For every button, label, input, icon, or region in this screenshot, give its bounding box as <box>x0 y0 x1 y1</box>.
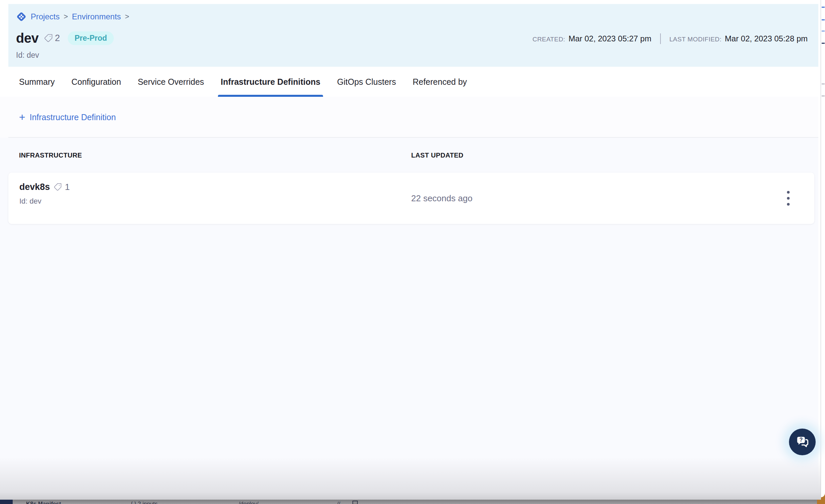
window-edge-artifact <box>822 83 825 84</box>
column-header-last-updated: LAST UPDATED <box>411 151 464 159</box>
window-edge-artifact <box>822 31 825 31</box>
background-sidebar-sliver <box>0 500 13 504</box>
created-label: CREATED: <box>533 36 566 43</box>
window-edge-artifact <box>822 95 825 96</box>
tab-service-overrides[interactable]: Service Overrides <box>138 67 204 97</box>
breadcrumb-separator: > <box>125 12 129 21</box>
environment-type-badge: Pre-Prod <box>68 31 114 45</box>
table-header-row: INFRASTRUCTURE LAST UPDATED <box>0 138 818 159</box>
add-infrastructure-definition-button[interactable]: + Infrastructure Definition <box>19 113 116 122</box>
page-title: dev <box>16 30 39 46</box>
infrastructure-name-cell: devk8s 1 Id: dev <box>19 182 70 206</box>
window-edge-strip <box>821 0 825 497</box>
tab-bar: Summary Configuration Service Overrides … <box>0 67 818 97</box>
modified-label: LAST MODIFIED: <box>670 36 722 43</box>
page-header: Projects > Environments > dev 2 Pre-Prod… <box>8 4 818 67</box>
background-window-strip: K8s Manifest { } 2 inputs /deploy/ // <box>0 500 817 504</box>
breadcrumb-environments-link[interactable]: Environments <box>72 12 121 21</box>
created-timestamp: CREATED: Mar 02, 2023 05:27 pm <box>533 34 652 44</box>
breadcrumb-separator: > <box>64 12 68 21</box>
tab-configuration[interactable]: Configuration <box>71 67 121 97</box>
modified-value: Mar 02, 2023 05:28 pm <box>725 34 808 44</box>
background-text-fragment: /deploy/ <box>239 501 258 504</box>
document-icon <box>353 501 358 504</box>
modified-timestamp: LAST MODIFIED: Mar 02, 2023 05:28 pm <box>670 34 808 44</box>
window-edge-artifact <box>822 19 825 20</box>
help-chat-button[interactable]: ? <box>789 429 816 455</box>
environment-details-page: Projects > Environments > dev 2 Pre-Prod… <box>0 0 818 500</box>
tab-referenced-by[interactable]: Referenced by <box>412 67 467 97</box>
infrastructure-name: devk8s <box>19 182 50 192</box>
plus-icon: + <box>19 113 25 122</box>
last-updated-value: 22 seconds ago <box>411 193 472 204</box>
add-infrastructure-definition-label: Infrastructure Definition <box>30 113 116 122</box>
kebab-icon <box>787 191 790 194</box>
tag-icon <box>53 183 62 191</box>
infrastructure-table: INFRASTRUCTURE LAST UPDATED devk8s 1 Id:… <box>0 138 818 500</box>
svg-text:?: ? <box>799 437 803 443</box>
window-edge-artifact <box>822 43 825 44</box>
breadcrumb-projects-link[interactable]: Projects <box>31 12 60 21</box>
created-value: Mar 02, 2023 05:27 pm <box>568 34 651 44</box>
background-text-fragment: { } 2 inputs <box>131 501 157 504</box>
environment-tags[interactable]: 2 <box>44 33 60 44</box>
background-text-fragment: // <box>337 501 340 504</box>
row-tag-count: 1 <box>65 182 70 192</box>
column-header-infrastructure: INFRASTRUCTURE <box>19 151 411 159</box>
tag-count: 2 <box>55 33 60 44</box>
tab-gitops-clusters[interactable]: GitOps Clusters <box>337 67 396 97</box>
infrastructure-id: Id: dev <box>19 197 70 206</box>
toolbar: + Infrastructure Definition <box>0 97 818 138</box>
tag-icon <box>44 34 53 43</box>
tab-infrastructure-definitions[interactable]: Infrastructure Definitions <box>221 67 320 97</box>
timestamps: CREATED: Mar 02, 2023 05:27 pm LAST MODI… <box>533 33 808 44</box>
background-text-fragment: K8s Manifest <box>26 501 61 504</box>
project-icon <box>16 11 27 22</box>
table-row[interactable]: devk8s 1 Id: dev 22 seconds ago <box>8 172 814 224</box>
breadcrumb: Projects > Environments > <box>16 11 818 22</box>
environment-id: Id: dev <box>16 51 818 60</box>
timestamp-divider <box>660 33 661 44</box>
tab-summary[interactable]: Summary <box>19 67 55 97</box>
window-edge-artifact <box>822 7 825 8</box>
chat-question-icon: ? <box>795 434 810 450</box>
row-options-menu-button[interactable] <box>780 187 796 210</box>
